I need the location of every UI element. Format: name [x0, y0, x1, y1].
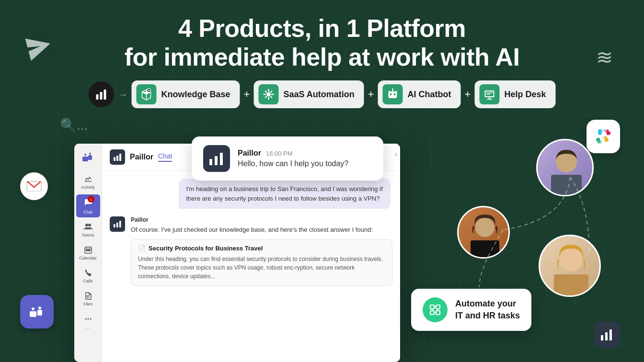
app-logo-icon [94, 88, 108, 101]
svg-rect-40 [119, 154, 121, 161]
product-chatbot: AI Chatbot [378, 80, 461, 108]
svg-rect-24 [471, 240, 499, 259]
svg-rect-46 [220, 153, 223, 165]
sidebar-chat[interactable]: 1 Chat [76, 194, 100, 217]
svg-point-25 [560, 249, 583, 272]
svg-rect-21 [551, 175, 582, 196]
chat-badge: 1 [88, 196, 94, 203]
header-line2: for immediate help at work with AI [0, 43, 644, 72]
person-avatar-man [536, 139, 594, 196]
sidebar-teams[interactable]: Teams [76, 219, 100, 240]
kb-card: 📄 Security Protocols for Business Travel… [131, 239, 392, 286]
paillor-br-svg [600, 328, 614, 342]
teams-label: Teams [81, 233, 94, 238]
more-label: ... [86, 325, 90, 329]
paillor-br-icon [594, 322, 620, 348]
collapse-button[interactable]: ‹ [395, 150, 397, 158]
bot-logo-icon [113, 152, 122, 162]
svg-rect-53 [610, 329, 612, 340]
saas-label: SaaS Automation [283, 90, 354, 100]
chat-header-name: Paillor [130, 153, 153, 161]
teams-float-icon [20, 295, 54, 328]
app-logo [88, 81, 114, 107]
plus-2: + [368, 88, 374, 101]
bot-content: Paillor Of course. I've just checked our… [131, 216, 392, 286]
calendar-icon [83, 245, 93, 255]
bot-sender: Paillor [131, 216, 392, 223]
teams-icon [83, 222, 93, 232]
sidebar-more[interactable]: ... [76, 311, 100, 332]
svg-rect-42 [116, 223, 118, 227]
svg-rect-28 [85, 181, 92, 182]
page-header: 4 Products, in 1 Platform for immediate … [0, 14, 644, 72]
chat-badge-wrapper: 1 [83, 197, 93, 209]
svg-rect-32 [86, 250, 87, 251]
svg-point-37 [90, 318, 91, 320]
chat-label: Chat [83, 210, 92, 215]
sidebar-activity[interactable]: Activity [76, 171, 100, 192]
chatbot-icon [383, 84, 403, 104]
product-saas: SaaS Automation [253, 80, 364, 108]
plus-1: + [244, 88, 250, 101]
curl-deco: 🔍... [60, 117, 88, 133]
helpdesk-icon-svg [483, 88, 496, 101]
svg-rect-52 [605, 332, 608, 340]
products-row: → Knowledge Base + SaaS Automation + [88, 80, 555, 108]
chat-bubble-top: Paillor 16:00 PM Hello, how can I help y… [192, 136, 383, 181]
svg-point-5 [266, 92, 270, 96]
chatbot-icon-svg [386, 88, 400, 101]
svg-rect-41 [114, 224, 115, 227]
product-helpdesk: Help Desk [474, 80, 555, 108]
svg-rect-2 [104, 90, 106, 100]
bubble-bot-icon [208, 150, 225, 167]
svg-rect-34 [89, 250, 90, 251]
user-message: I'm heading on a business trip to San Fr… [179, 179, 391, 209]
header-line1: 4 Products, in 1 Platform [0, 14, 644, 43]
more-icon [83, 314, 93, 324]
sidebar-calls[interactable]: Calls [76, 265, 100, 286]
svg-point-8 [394, 93, 396, 95]
automate-text: Automate yourIT and HR tasks [455, 298, 520, 322]
kb-label: Knowledge Base [161, 90, 230, 100]
bot-avatar [110, 216, 125, 232]
person-avatar-woman1 [457, 206, 510, 259]
calls-label: Calls [83, 279, 92, 283]
calendar-label: Calendar [79, 256, 97, 260]
svg-point-4 [148, 90, 150, 91]
kb-card-title: 📄 Security Protocols for Business Travel [138, 245, 385, 252]
saas-icon-svg [262, 88, 275, 101]
sidebar-calendar[interactable]: Calendar [76, 242, 100, 263]
svg-rect-43 [119, 221, 121, 227]
svg-rect-51 [601, 335, 603, 340]
svg-rect-47 [430, 305, 434, 309]
bubble-info: Paillor 16:00 PM Hello, how can I help y… [238, 149, 348, 168]
sidebar-files[interactable]: Files [76, 288, 100, 309]
svg-point-35 [85, 318, 86, 320]
product-kb: Knowledge Base [131, 80, 240, 108]
svg-rect-14 [486, 92, 492, 93]
svg-point-22 [475, 218, 494, 237]
files-icon [83, 291, 93, 301]
files-label: Files [83, 302, 92, 306]
plus-3: + [465, 88, 471, 101]
svg-point-29 [85, 224, 88, 226]
svg-rect-33 [88, 250, 89, 251]
svg-rect-10 [389, 91, 391, 92]
helpdesk-label: Help Desk [504, 90, 546, 100]
header-title: 4 Products, in 1 Platform for immediate … [0, 14, 644, 72]
slack-icon [586, 120, 620, 153]
bot-logo-header [110, 149, 125, 165]
svg-point-7 [390, 93, 392, 95]
saas-icon [258, 84, 278, 104]
gmail-icon [20, 172, 48, 200]
automate-card: Automate yourIT and HR tasks [411, 289, 531, 331]
svg-point-9 [392, 89, 393, 90]
svg-rect-49 [430, 311, 434, 315]
bot-avatar-icon [113, 220, 122, 228]
chat-messages: I'm heading on a business trip to San Fr… [102, 171, 400, 362]
helpdesk-icon [479, 84, 499, 104]
svg-rect-0 [96, 94, 98, 100]
bubble-sender: Paillor 16:00 PM [238, 149, 348, 158]
arrow-connector: → [118, 89, 127, 100]
kb-card-text: Under this heading, you can find essenti… [138, 255, 385, 281]
